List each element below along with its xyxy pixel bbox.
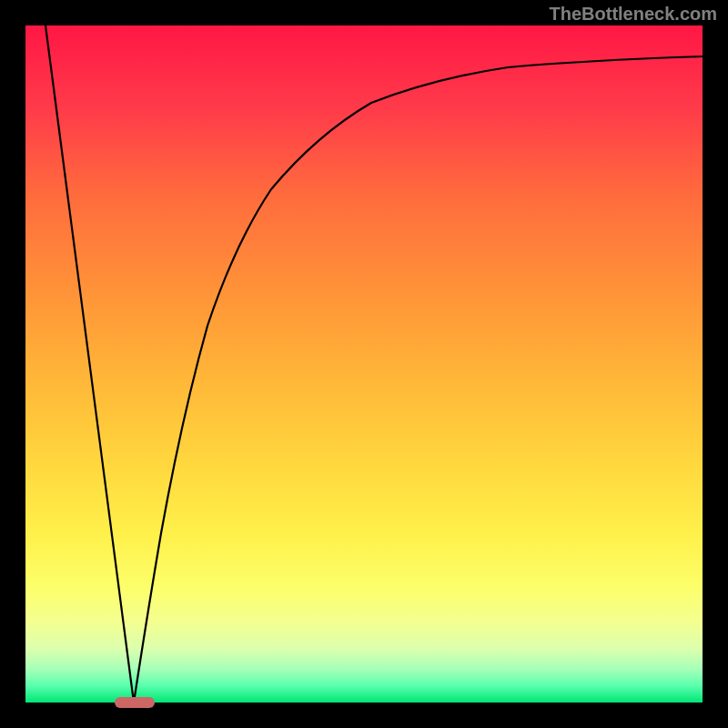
left-descent-line bbox=[46, 25, 134, 703]
bottleneck-marker bbox=[115, 697, 155, 708]
right-ascent-curve bbox=[134, 56, 703, 703]
watermark-text: TheBottleneck.com bbox=[550, 4, 717, 25]
chart-curves bbox=[25, 25, 703, 703]
chart-plot-area bbox=[25, 25, 703, 703]
